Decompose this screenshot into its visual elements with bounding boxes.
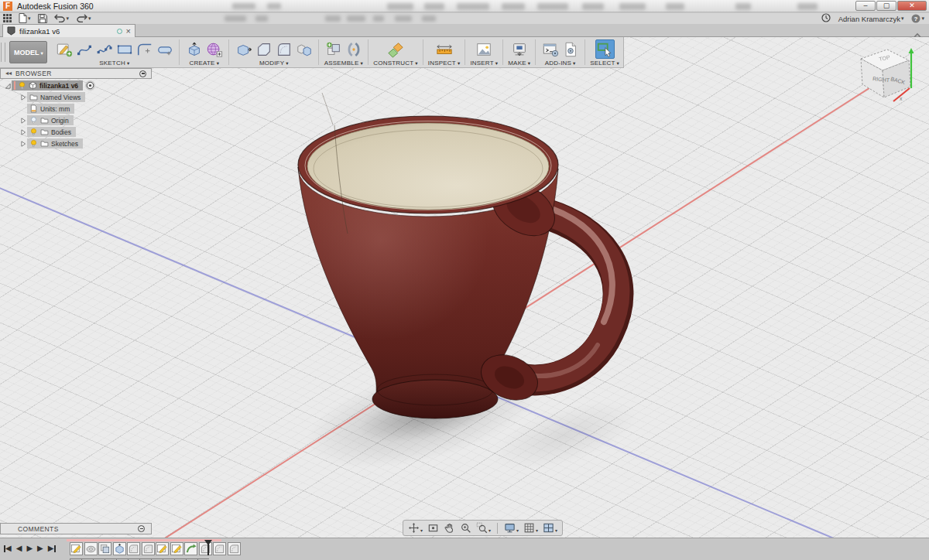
toolbar-group-label[interactable]: INSERT [470,60,498,67]
addins-doc-icon[interactable] [560,39,580,59]
select-window-icon[interactable] [595,39,615,59]
expand-arrow-icon[interactable] [19,116,27,125]
timeline-feature-sweep[interactable] [184,542,197,555]
panel-minimize-icon[interactable] [138,525,145,532]
activate-component-radio[interactable] [85,80,95,90]
rectangle-icon[interactable] [115,39,134,59]
fillet-icon[interactable] [274,39,293,59]
display-settings-button[interactable] [502,521,520,536]
play-button[interactable]: ▶ [26,543,33,554]
construction-plane-icon[interactable] [386,39,406,59]
slot-icon[interactable] [155,39,174,59]
create-sketch-icon[interactable] [54,39,74,59]
browser-item-bodies[interactable]: Bodies [0,127,178,137]
chamfer-icon[interactable] [254,39,273,59]
fillet-arc-icon[interactable] [135,39,154,59]
toolbar-group-label[interactable]: SKETCH [99,60,129,67]
orbit-button[interactable] [406,521,424,536]
timeline-feature-sketch[interactable] [70,542,83,555]
extrude-icon[interactable] [184,39,204,59]
form-sphere-icon[interactable] [204,39,224,59]
document-tab[interactable]: filizanka1 v6 × [2,24,135,37]
browser-item-sketches[interactable]: Sketches [0,138,178,149]
visibility-bulb-icon[interactable] [18,81,26,90]
app-grid-icon[interactable] [3,13,12,23]
dropdown-caret-icon[interactable] [420,521,423,535]
timeline-feature-revolve[interactable] [84,542,98,555]
toolbar-group-label[interactable]: INSPECT [428,60,461,67]
zoom-button[interactable] [458,521,473,534]
timeline-feature-offset[interactable] [98,542,111,555]
browser-item-named-views[interactable]: Named Views [0,92,178,102]
press-pull-icon[interactable] [234,39,253,59]
expand-arrow-icon[interactable] [19,93,27,101]
browser-item-origin[interactable]: Origin [0,115,178,125]
cup-body[interactable] [298,93,564,418]
save-button[interactable] [38,13,47,23]
browser-root-component[interactable]: filizanka1 v6 [0,80,178,90]
browser-panel-header[interactable]: ◂◂ BROWSER [0,68,152,79]
panel-minimize-icon[interactable] [139,70,146,77]
browser-item-units-mm[interactable]: Units: mm [0,104,178,114]
joint-icon[interactable] [344,39,363,59]
comments-panel-header[interactable]: COMMENTS [0,523,152,534]
print-3d-icon[interactable] [509,39,529,59]
dropdown-caret-icon[interactable] [516,521,519,535]
dropdown-caret-icon[interactable] [488,521,491,535]
step-forward-button[interactable]: ▶ [37,543,43,554]
step-back-button[interactable]: ◀ [16,543,22,554]
expand-arrow-icon[interactable] [19,128,27,136]
restore-button[interactable]: ▢ [876,1,896,11]
look-at-button[interactable] [426,521,441,534]
viewports-button[interactable] [541,521,559,536]
timeline-feature-sketch[interactable] [156,542,169,555]
combine-icon[interactable] [294,39,314,59]
workspace-switcher-button[interactable]: MODEL [9,41,47,63]
toolbar-group-label[interactable]: ADD-INS [545,60,576,67]
toolbar-group-label[interactable]: SELECT [590,60,619,67]
insert-image-icon[interactable] [475,39,494,59]
3d-viewport-canvas[interactable]: MODEL SKETCHCREATEMODIFYASSEMBLECONSTRUC… [0,37,929,560]
timeline-feature-fillet[interactable] [213,542,226,555]
visibility-bulb-icon[interactable] [29,128,38,136]
grid-settings-button[interactable] [522,521,540,536]
redo-button[interactable]: ▾ [76,13,91,23]
visibility-bulb-icon[interactable] [29,116,38,125]
timeline-feature-fillet[interactable] [228,542,241,555]
scripts-icon[interactable] [540,39,560,59]
file-menu-button[interactable]: ▾ [19,13,31,23]
timeline-feature-sketch[interactable] [170,542,183,555]
viewcube[interactable]: RIGHT BACK TOP x [847,40,918,111]
user-menu[interactable]: Adrian Kramarczyk ▾ [838,14,904,24]
pan-button[interactable] [442,521,457,534]
go-to-end-button[interactable]: ▶ [48,543,56,554]
fit-point-spline-icon[interactable] [94,39,114,59]
timeline-position-marker[interactable] [207,541,209,555]
dropdown-caret-icon[interactable] [536,521,538,535]
tab-close-icon[interactable]: × [126,27,131,35]
expand-arrow-icon[interactable] [3,81,12,90]
dropdown-caret-icon[interactable] [555,521,557,535]
toolbar-group-label[interactable]: ASSEMBLE [324,60,363,67]
spline-icon[interactable] [74,39,94,59]
measure-icon[interactable] [434,39,454,59]
minimize-button[interactable]: – [855,1,876,11]
undo-button[interactable]: ▾ [54,13,70,23]
timeline-feature-fillet[interactable] [142,542,155,555]
toolbar-group-label[interactable]: MODIFY [259,60,289,67]
timeline-feature-fillet[interactable] [127,542,140,555]
help-menu-button[interactable]: ? ▾ [911,14,924,24]
toolbar-group-label[interactable]: MAKE [508,60,530,67]
visibility-bulb-icon[interactable] [29,139,38,148]
close-window-button[interactable]: ✕ [897,1,927,11]
expand-arrow-icon[interactable] [19,139,27,148]
toolbar-group-label[interactable]: CREATE [190,60,220,67]
go-to-start-button[interactable]: ◀ [4,543,12,554]
panel-collapse-icon[interactable]: ◂◂ [5,70,12,77]
toolbar-group-label[interactable]: CONSTRUCT [373,60,418,67]
toolbar-grip[interactable] [1,43,5,62]
timeline-feature-extrude[interactable] [113,542,126,555]
zoom-window-button[interactable] [475,521,492,536]
new-component-icon[interactable] [324,39,343,59]
cup-3d-model[interactable] [248,76,666,509]
